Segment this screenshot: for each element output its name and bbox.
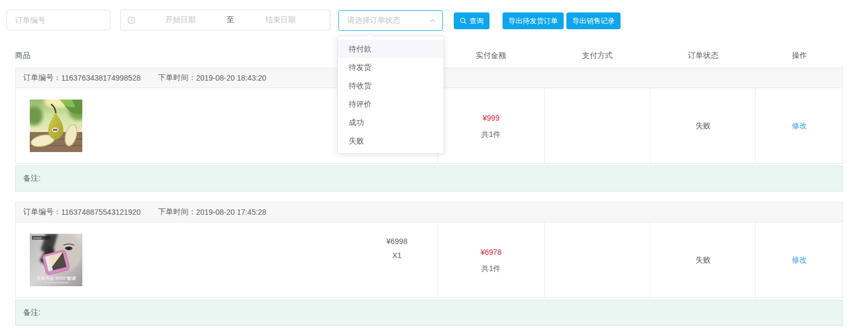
paid-amount-cell: ¥6978 共1件 <box>438 222 544 298</box>
order-no-value: 1163763438174998528 <box>61 74 141 82</box>
export-sales-label: 导出销售记录 <box>572 16 615 26</box>
modify-link[interactable]: 修改 <box>792 121 807 131</box>
product-image-pear <box>30 100 82 152</box>
goods-cell: CASIO 专属美妆 9000°微调 ¥6998 X1 <box>16 222 438 298</box>
column-header-action: 操作 <box>756 50 843 61</box>
order-status-value: 失败 <box>695 121 710 131</box>
order-time-label: 下单时间： <box>158 73 196 83</box>
export-sales-records-button[interactable]: 导出销售记录 <box>566 12 621 29</box>
order-status-value: 失败 <box>695 255 710 265</box>
status-option-pending-review[interactable]: 待评价 <box>338 95 443 113</box>
brand-text: CASIO <box>33 236 42 240</box>
status-option-success[interactable]: 成功 <box>338 113 443 131</box>
clock-icon <box>127 16 135 24</box>
paid-amount-value: ¥6978 <box>480 246 501 259</box>
order-status-cell: 失败 <box>650 88 755 163</box>
order-status-select[interactable]: 请选择订单状态 <box>338 10 443 31</box>
column-header-paid-amount: 实付金额 <box>438 50 544 61</box>
status-option-pending-payment[interactable]: 待付款 <box>338 39 443 58</box>
order-no-label: 订单编号： <box>23 207 61 217</box>
order-status-dropdown: 待付款 待发货 待收货 待评价 成功 失败 <box>337 36 444 154</box>
unit-price: ¥6998 <box>387 234 408 248</box>
status-option-pending-receipt[interactable]: 待收货 <box>338 76 443 95</box>
end-date-placeholder[interactable]: 结束日期 <box>238 15 324 25</box>
action-cell: 修改 <box>755 222 843 298</box>
export-pending-orders-button[interactable]: 导出待发货订单 <box>502 12 564 29</box>
column-header-goods: 商品 <box>15 50 30 61</box>
order-time-label: 下单时间： <box>158 207 196 217</box>
pay-method-cell <box>544 88 650 163</box>
status-option-failed[interactable]: 失败 <box>338 131 443 150</box>
paid-count: 共1件 <box>481 128 501 141</box>
pay-method-cell <box>544 222 650 298</box>
order-no-value: 1163748875543121920 <box>61 208 141 216</box>
search-button[interactable]: 查询 <box>454 12 490 29</box>
order-status-placeholder: 请选择订单状态 <box>347 16 429 25</box>
status-option-pending-shipment[interactable]: 待发货 <box>338 58 443 76</box>
order-management-page: 开始日期 至 结束日期 请选择订单状态 查询 导出待发货订单 导出销售记录 商品… <box>0 0 868 336</box>
order-time-value: 2019-08-20 18:43:20 <box>196 74 266 82</box>
order-product-row: CASIO 专属美妆 9000°微调 ¥6998 X1 ¥6978 共1件 <box>15 222 843 298</box>
modify-link[interactable]: 修改 <box>792 255 807 265</box>
order-no-label: 订单编号： <box>23 73 61 83</box>
column-header-pay-method: 支付方式 <box>544 50 650 61</box>
paid-amount-cell: ¥999 共1件 <box>438 88 544 163</box>
unit-price-quantity: ¥6998 X1 <box>356 222 438 298</box>
paid-amount-value: ¥999 <box>482 111 499 124</box>
order-status-cell: 失败 <box>650 222 755 298</box>
search-icon <box>460 17 467 24</box>
remark-label: 备注: <box>23 174 41 183</box>
column-header-order-status: 订单状态 <box>650 50 756 61</box>
export-pending-label: 导出待发货订单 <box>508 16 558 26</box>
paid-count: 共1件 <box>481 262 501 275</box>
product-image-camera: CASIO 专属美妆 9000°微调 <box>30 234 82 286</box>
product-caption: 专属美妆 9000°微调 <box>36 275 76 281</box>
date-range-separator: 至 <box>224 15 238 25</box>
order-header-bar: 订单编号：1163748875543121920 下单时间：2019-08-20… <box>15 202 843 222</box>
remark-row: 备注: <box>15 300 843 326</box>
order-number-input[interactable] <box>6 10 110 30</box>
remark-label: 备注: <box>23 308 41 318</box>
date-range-picker[interactable]: 开始日期 至 结束日期 <box>120 10 330 30</box>
popup-arrow <box>366 32 373 39</box>
search-button-label: 查询 <box>469 16 484 26</box>
order-time-value: 2019-08-20 17:45:28 <box>196 208 266 216</box>
chevron-up-icon <box>429 17 436 24</box>
start-date-placeholder[interactable]: 开始日期 <box>138 15 224 25</box>
remark-row: 备注: <box>15 166 843 192</box>
action-cell: 修改 <box>755 88 843 163</box>
quantity: X1 <box>392 248 401 262</box>
